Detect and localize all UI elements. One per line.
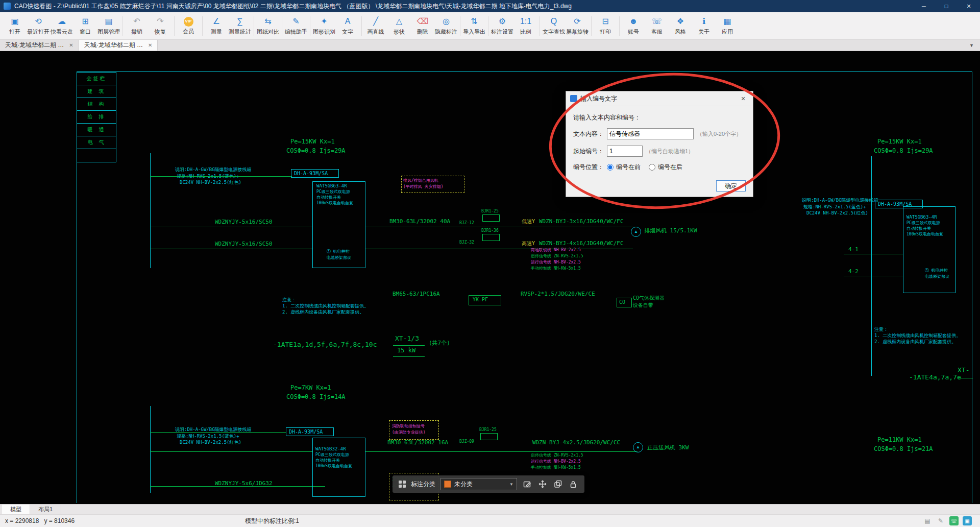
cad-line [800, 204, 875, 204]
cad-text: Pe=11KW Kx=1 [877, 437, 922, 444]
about-button[interactable]: ℹ关于 [692, 13, 716, 39]
file-icon[interactable]: ▤ [923, 516, 932, 525]
tab-drawing-1[interactable]: 天城·龙域华都二期 … ✕ [0, 40, 79, 51]
annotation-settings-button[interactable]: ⚙标注设置 [491, 13, 514, 39]
text-button[interactable]: A文字 [336, 13, 359, 39]
shape-recognition-icon: ✦ [321, 16, 327, 27]
toolbar-separator [174, 16, 175, 36]
window-button[interactable]: ⊞窗口 [74, 13, 97, 39]
measure-label: 测量 [211, 28, 222, 36]
cloud-drive-button[interactable]: ☁快看云盘 [50, 13, 74, 39]
radio-number-back[interactable]: 编号在后 [649, 163, 682, 172]
cad-text: DC24V NH-BV-2x2.5(红色) [806, 210, 868, 215]
radio-input[interactable] [649, 164, 655, 171]
undo-button[interactable]: ↶撤销 [125, 13, 149, 39]
tab-layout1[interactable]: 布局1 [30, 505, 61, 514]
support-button[interactable]: ☏客服 [645, 13, 669, 39]
print-button[interactable]: ⊟打印 [594, 13, 617, 39]
measure-button[interactable]: ∠测量 [205, 13, 228, 39]
import-export-button[interactable]: ⇅导入导出 [462, 13, 486, 39]
shapes-button[interactable]: △形状 [387, 13, 411, 39]
shapes-icon: △ [396, 16, 402, 27]
toolbar-separator [254, 16, 254, 36]
shape-recognition-button[interactable]: ✦图形识别 [312, 13, 336, 39]
radio-input[interactable] [607, 164, 614, 171]
tab-close-icon[interactable]: ✕ [148, 42, 152, 48]
cad-text: Pe=7KW Kx=1 [290, 385, 331, 392]
title-block-row: 会签栏 [77, 73, 116, 85]
start-number-label: 起始编号： [573, 147, 604, 156]
recent-open-label: 最近打开 [27, 28, 50, 36]
tab-overflow-button[interactable]: ▼ [963, 40, 980, 51]
chevron-down-icon[interactable]: ▼ [509, 482, 513, 487]
app-logo-icon [4, 3, 11, 10]
edit-annotation-button[interactable] [522, 479, 532, 489]
cursor-coordinates: x = 2290818 y = 810346 [5, 517, 245, 524]
close-button[interactable]: ✕ [958, 0, 980, 12]
cad-box [312, 438, 365, 497]
category-grid-icon[interactable] [399, 481, 406, 488]
text-content-input[interactable] [607, 128, 694, 139]
cad-text: 正压送风机 3KW [647, 445, 689, 451]
cad-canvas[interactable]: Pe=15KW Kx=1COSΦ=0.8 Ijs=29A说明:DH-A-GW/B… [0, 51, 980, 504]
cad-text: 手动控制线 NH-KW-5x1.5 [531, 465, 581, 470]
apps-button[interactable]: ▦应用 [716, 13, 739, 39]
tab-model[interactable]: 模型 [2, 505, 30, 514]
delete-button[interactable]: ⌫删除 [411, 13, 434, 39]
measure-stats-button[interactable]: ∑测量统计 [228, 13, 252, 39]
cad-text: 注意： [874, 327, 888, 332]
redo-button[interactable]: ↷恢复 [149, 13, 172, 39]
number-position-options: 编号在前编号在后 [607, 163, 691, 172]
start-number-input[interactable] [607, 146, 643, 157]
minimize-button[interactable]: ─ [913, 0, 935, 12]
drawing-compare-button[interactable]: ⇆图纸对比 [256, 13, 280, 39]
screen-rotate-icon: ⟳ [574, 16, 580, 27]
category-dropdown[interactable]: 未分类 ▼ [440, 478, 517, 490]
cad-text: WDZN-BYJ-4x16/JDG40/WC/FC [539, 241, 624, 247]
screen-rotate-button[interactable]: ⟳屏幕旋转 [566, 13, 589, 39]
edit-doc-icon[interactable]: ✎ [936, 516, 945, 525]
cad-box [401, 176, 464, 193]
cad-text: 规格:NH-RVS-2x1.5(蓝色)+ [803, 204, 866, 209]
recent-open-button[interactable]: ⟲最近打开 [27, 13, 50, 39]
cad-text: 2. 虚线框内设备由风机厂家配套提供。 [874, 339, 956, 344]
lock-icon [569, 480, 578, 489]
dialog-title-bar[interactable]: 输入编号文字 ✕ [566, 91, 753, 106]
ok-button[interactable]: 确定 [716, 180, 746, 191]
support-chat-icon[interactable]: ☏ [949, 516, 959, 525]
style-button[interactable]: ❖风格 [669, 13, 692, 39]
tab-drawing-2[interactable]: 天城·龙域华都二期 … ✕ [79, 40, 158, 51]
status-icons: ▤✎☏▣ [923, 516, 975, 525]
style-icon: ❖ [677, 16, 684, 27]
copy-annotation-button[interactable] [553, 479, 563, 489]
lock-annotation-button[interactable] [568, 479, 578, 489]
radio-number-front[interactable]: 编号在前 [607, 163, 641, 172]
input-number-text-dialog: 输入编号文字 ✕ 请输入文本内容和编号： 文本内容： （输入0-20个字） 起始… [566, 91, 753, 197]
cad-text: COSΦ=0.8 Ijs=29A [286, 148, 346, 155]
message-icon[interactable]: ▣ [963, 516, 972, 525]
vip-member-button[interactable]: VIP会员 [177, 13, 200, 39]
hide-annotations-button[interactable]: ◎隐藏标注 [434, 13, 458, 39]
scale-icon: 1:1 [520, 16, 531, 27]
edit-assistant-button[interactable]: ✎编辑助手 [284, 13, 308, 39]
title-block-row [77, 149, 116, 162]
tab-close-icon[interactable]: ✕ [69, 42, 73, 48]
account-icon: ☻ [629, 16, 638, 27]
text-search-button[interactable]: Q文字查找 [542, 13, 566, 39]
cad-text: 2. 虚线框内设备由风机厂家配套提供。 [282, 309, 364, 315]
cad-line [972, 71, 972, 503]
dialog-close-icon[interactable]: ✕ [738, 95, 749, 102]
account-button[interactable]: ☻账号 [622, 13, 645, 39]
scale-button[interactable]: 1:1比例 [514, 13, 537, 39]
move-annotation-button[interactable] [537, 479, 548, 489]
open-button[interactable]: ▣打开 [3, 13, 27, 39]
layer-manager-button[interactable]: ▤图层管理 [97, 13, 120, 39]
toolbar-separator [540, 16, 540, 36]
draw-line-button[interactable]: ╱画直线 [364, 13, 387, 39]
cad-text: WDZNYJY-5x16/SC50 [215, 219, 273, 226]
toolbar-separator [488, 16, 488, 36]
cad-circle: ▲ [631, 227, 641, 237]
cad-text: (共7个) [429, 340, 450, 347]
title-block-row: 电 气 [77, 136, 116, 149]
maximize-button[interactable]: □ [935, 0, 958, 12]
